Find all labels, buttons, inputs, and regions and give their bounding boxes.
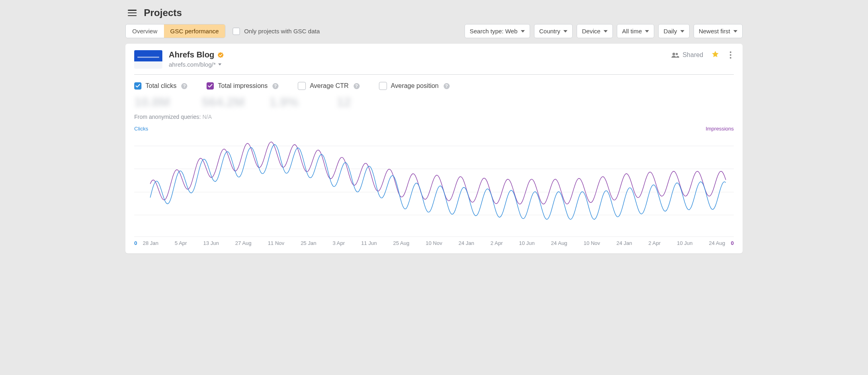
- x-tick: 5 Apr: [175, 240, 187, 246]
- tab-gsc-performance[interactable]: GSC performance: [164, 24, 225, 38]
- filter-country[interactable]: Country: [534, 24, 573, 38]
- svg-point-1: [673, 53, 676, 55]
- help-icon[interactable]: ?: [272, 83, 278, 89]
- project-card: Ahrefs Blog ahrefs.com/blog/* Shared: [125, 44, 743, 253]
- page-title: Projects: [144, 7, 182, 18]
- chevron-down-icon: [563, 30, 567, 33]
- tab-group: Overview GSC performance: [125, 24, 225, 38]
- metric-checkbox[interactable]: [207, 82, 214, 90]
- x-tick: 10 Nov: [426, 240, 442, 246]
- tab-overview[interactable]: Overview: [126, 24, 164, 38]
- metric-position[interactable]: Average position?: [379, 82, 450, 90]
- metric-label: Average CTR: [310, 82, 349, 90]
- help-icon[interactable]: ?: [354, 83, 360, 89]
- y-axis-left-zero: 0: [134, 240, 137, 246]
- x-tick: 24 Jan: [616, 240, 632, 246]
- help-icon[interactable]: ?: [444, 83, 450, 89]
- x-tick: 2 Apr: [491, 240, 503, 246]
- x-tick: 24 Aug: [709, 240, 725, 246]
- x-tick: 24 Jan: [459, 240, 474, 246]
- svg-marker-0: [218, 52, 224, 58]
- filters-toolbar: Overview GSC performance Only projects w…: [125, 24, 743, 38]
- metric-ctr[interactable]: Average CTR?: [298, 82, 360, 90]
- metric-label: Average position: [391, 82, 439, 90]
- project-name[interactable]: Ahrefs Blog: [169, 50, 214, 59]
- x-tick: 11 Nov: [268, 240, 284, 246]
- x-tick: 24 Aug: [551, 240, 567, 246]
- filter-search-type[interactable]: Search type: Web: [465, 24, 530, 38]
- shared-indicator[interactable]: Shared: [671, 51, 703, 59]
- metric-value-ctr: 1.9%: [269, 95, 317, 110]
- filter-sort[interactable]: Newest first: [694, 24, 743, 38]
- x-tick: 10 Jun: [519, 240, 535, 246]
- metric-value-impressions: 564.2M: [202, 95, 250, 110]
- gsc-chart[interactable]: [134, 133, 734, 238]
- chart-series-label-impressions: Impressions: [706, 126, 734, 132]
- metric-value-position: 12: [337, 95, 385, 110]
- x-tick: 2 Apr: [649, 240, 661, 246]
- x-tick: 13 Jun: [203, 240, 219, 246]
- metric-checkbox[interactable]: [379, 82, 387, 90]
- metrics-row: Total clicks?Total impressions?Average C…: [134, 75, 734, 93]
- metric-checkbox[interactable]: [134, 82, 141, 90]
- svg-point-2: [676, 53, 678, 55]
- x-tick: 27 Aug: [235, 240, 252, 246]
- checkbox-box: [233, 28, 240, 35]
- project-domain: ahrefs.com/blog/*: [169, 61, 216, 68]
- filter-device[interactable]: Device: [577, 24, 613, 38]
- more-menu-icon[interactable]: [727, 51, 734, 59]
- x-tick: 25 Jan: [301, 240, 316, 246]
- metric-value-clicks: 10.8M: [134, 95, 182, 110]
- only-gsc-label: Only projects with GSC data: [244, 28, 319, 35]
- anonymized-note: From anonymized queries:N/A: [134, 114, 734, 120]
- metric-values-row: 10.8M564.2M1.9%12: [134, 95, 734, 110]
- metric-label: Total clicks: [145, 82, 176, 90]
- project-domain-select[interactable]: ahrefs.com/blog/*: [169, 61, 224, 68]
- x-tick: 10 Jun: [677, 240, 692, 246]
- chevron-down-icon: [521, 30, 525, 33]
- project-thumbnail: [134, 50, 162, 69]
- chart-series-label-clicks: Clicks: [134, 126, 148, 132]
- metric-label: Total impressions: [218, 82, 268, 90]
- x-tick: 28 Jan: [143, 240, 158, 246]
- chevron-down-icon: [680, 30, 684, 33]
- x-tick: 10 Nov: [583, 240, 600, 246]
- chevron-down-icon: [604, 30, 608, 33]
- chart-svg: [134, 133, 734, 238]
- filter-grain[interactable]: Daily: [658, 24, 689, 38]
- chevron-down-icon: [733, 30, 737, 33]
- star-icon[interactable]: [711, 50, 719, 60]
- filter-time[interactable]: All time: [617, 24, 654, 38]
- metric-checkbox[interactable]: [298, 82, 306, 90]
- metric-clicks[interactable]: Total clicks?: [134, 82, 187, 90]
- verified-badge-icon: [217, 52, 224, 58]
- metric-impressions[interactable]: Total impressions?: [207, 82, 278, 90]
- chevron-down-icon: [645, 30, 649, 33]
- y-axis-right-zero: 0: [731, 240, 734, 246]
- x-tick: 25 Aug: [393, 240, 409, 246]
- chart-x-axis: 0 28 Jan5 Apr13 Jun27 Aug11 Nov25 Jan3 A…: [134, 240, 734, 246]
- help-icon[interactable]: ?: [181, 83, 187, 89]
- chevron-down-icon: [218, 63, 221, 65]
- people-icon: [671, 52, 679, 58]
- menu-icon[interactable]: [128, 10, 137, 16]
- x-tick: 11 Jun: [361, 240, 377, 246]
- x-tick: 3 Apr: [333, 240, 345, 246]
- only-gsc-checkbox[interactable]: Only projects with GSC data: [233, 28, 319, 35]
